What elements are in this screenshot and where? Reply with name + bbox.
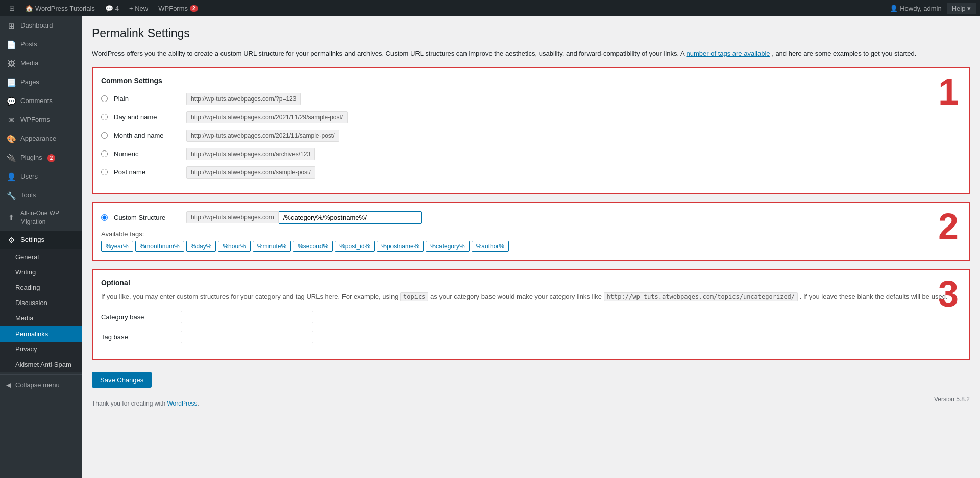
tag-button[interactable]: %day% [186, 241, 216, 252]
submenu-general[interactable]: General [0, 249, 82, 265]
wp-wrapper: ⊞ Dashboard 📄 Posts 🖼 Media 📃 Pages 💬 Co… [0, 16, 980, 478]
radio-post-name: Post name http://wp-tuts.atwebpages.com/… [101, 166, 961, 179]
sidebar-item-media[interactable]: 🖼 Media [0, 54, 82, 73]
tag-button[interactable]: %hour% [218, 241, 250, 252]
radio-post-name-label[interactable]: Post name [114, 168, 180, 176]
footer: Thank you for creating with WordPress. V… [92, 388, 970, 407]
radio-post-name-input[interactable] [101, 169, 108, 175]
sidebar-item-allinone[interactable]: ⬆ All-in-One WP Migration [0, 205, 82, 231]
submenu-writing[interactable]: Writing [0, 265, 82, 280]
radio-plain-label[interactable]: Plain [114, 95, 180, 103]
wordpress-link[interactable]: WordPress [167, 400, 197, 407]
tag-button[interactable]: %minute% [253, 241, 291, 252]
sidebar-item-tools[interactable]: 🔧 Tools [0, 186, 82, 205]
sidebar-item-plugins[interactable]: 🔌 Plugins 2 [0, 148, 82, 167]
users-icon: 👤 [6, 171, 16, 182]
settings-submenu: General Writing Reading Discussion Media… [0, 249, 82, 373]
radio-month-name: Month and name http://wp-tuts.atwebpages… [101, 130, 961, 142]
wpforms-adminbar[interactable]: WPForms 2 [153, 0, 203, 16]
section-3-number: 3 [938, 275, 959, 312]
sidebar-item-appearance[interactable]: 🎨 Appearance [0, 130, 82, 148]
submenu-permalinks[interactable]: Permalinks [0, 326, 82, 342]
wp-logo[interactable]: ⊞ [4, 0, 20, 16]
new-content[interactable]: + New [124, 0, 153, 16]
tag-base-row: Tag base [101, 331, 961, 343]
sidebar-item-comments[interactable]: 💬 Comments [0, 92, 82, 111]
plugins-badge: 2 [47, 154, 56, 162]
tag-button[interactable]: %category% [426, 241, 469, 252]
sidebar-item-settings[interactable]: ⚙ Settings [0, 231, 82, 249]
admin-bar-right: 👤 Howdy, admin Help ▾ [885, 0, 976, 16]
main-content: Permalink Settings WordPress offers you … [82, 16, 980, 478]
tag-button[interactable]: %postname% [377, 241, 424, 252]
available-tags-label: Available tags: [101, 230, 961, 238]
submenu-media[interactable]: Media [0, 311, 82, 326]
optional-title: Optional [101, 279, 961, 287]
submenu-akismet[interactable]: Akismet Anti-Spam [0, 357, 82, 372]
topics-code: topics [400, 292, 428, 301]
save-changes-button[interactable]: Save Changes [92, 372, 152, 388]
radio-plain-input[interactable] [101, 95, 108, 102]
admin-bar: ⊞ 🏠 WordPress Tutorials 💬 4 + New WPForm… [0, 0, 980, 16]
collapse-menu[interactable]: ◀ Collapse menu [0, 377, 82, 393]
radio-day-name-input[interactable] [101, 114, 108, 120]
custom-url-base: http://wp-tuts.atwebpages.com [186, 211, 279, 223]
radio-numeric-input[interactable] [101, 150, 108, 157]
tag-button[interactable]: %second% [293, 241, 333, 252]
url-plain: http://wp-tuts.atwebpages.com/?p=123 [186, 93, 301, 105]
wpforms-icon: ✉ [6, 115, 16, 125]
site-name[interactable]: 🏠 WordPress Tutorials [20, 0, 100, 16]
wpforms-badge: 2 [190, 5, 198, 12]
sidebar-item-dashboard[interactable]: ⊞ Dashboard [0, 16, 82, 35]
radio-custom: Custom Structure http://wp-tuts.atwebpag… [101, 211, 961, 224]
radio-numeric: Numeric http://wp-tuts.atwebpages.com/ar… [101, 148, 961, 160]
howdy-user[interactable]: 👤 Howdy, admin [885, 0, 946, 16]
user-avatar-icon: 👤 [890, 5, 898, 12]
comments-icon: 💬 [105, 5, 113, 12]
radio-month-name-input[interactable] [101, 132, 108, 139]
url-month-name: http://wp-tuts.atwebpages.com/2021/11/sa… [186, 130, 339, 142]
wp-logo-icon: ⊞ [9, 5, 15, 12]
site-home-icon: 🏠 [25, 5, 33, 12]
sidebar-item-pages[interactable]: 📃 Pages [0, 73, 82, 92]
dashboard-icon: ⊞ [6, 20, 16, 31]
sidebar-item-posts[interactable]: 📄 Posts [0, 35, 82, 54]
submenu-reading[interactable]: Reading [0, 280, 82, 295]
help-button[interactable]: Help ▾ [947, 3, 976, 14]
tools-icon: 🔧 [6, 190, 16, 201]
tags-list: %year%%monthnum%%day%%hour%%minute%%seco… [101, 241, 961, 252]
url-example-code: http://wp-tuts.atwebpages.com/topics/unc… [604, 292, 798, 301]
radio-month-name-label[interactable]: Month and name [114, 132, 180, 139]
sidebar-divider [0, 374, 82, 375]
category-base-input[interactable] [181, 311, 313, 323]
tag-button[interactable]: %monthnum% [135, 241, 184, 252]
collapse-icon: ◀ [6, 381, 11, 389]
tag-button[interactable]: %year% [101, 241, 133, 252]
comments-nav-icon: 💬 [6, 96, 16, 107]
appearance-icon: 🎨 [6, 134, 16, 144]
tags-link[interactable]: number of tags are available [686, 49, 770, 57]
sidebar-item-wpforms[interactable]: ✉ WPForms [0, 111, 82, 130]
url-numeric: http://wp-tuts.atwebpages.com/archives/1… [186, 148, 315, 160]
comments-count[interactable]: 💬 4 [100, 0, 124, 16]
tag-base-input[interactable] [181, 331, 313, 343]
url-day-name: http://wp-tuts.atwebpages.com/2021/11/29… [186, 111, 348, 123]
common-settings-section: 1 Common Settings Plain http://wp-tuts.a… [92, 67, 970, 194]
submenu-privacy[interactable]: Privacy [0, 342, 82, 357]
submenu-discussion[interactable]: Discussion [0, 295, 82, 311]
section-2-number: 2 [938, 208, 959, 245]
radio-custom-label[interactable]: Custom Structure [114, 214, 180, 221]
tag-button[interactable]: %author% [472, 241, 509, 252]
tag-button[interactable]: %post_id% [335, 241, 375, 252]
radio-day-name-label[interactable]: Day and name [114, 113, 180, 121]
radio-numeric-label[interactable]: Numeric [114, 150, 180, 158]
radio-custom-input[interactable] [101, 214, 108, 221]
custom-url-input[interactable] [279, 211, 422, 224]
category-base-label: Category base [101, 313, 173, 321]
sidebar-item-users[interactable]: 👤 Users [0, 167, 82, 186]
tag-base-label: Tag base [101, 333, 173, 341]
settings-icon: ⚙ [6, 235, 16, 245]
radio-day-name: Day and name http://wp-tuts.atwebpages.c… [101, 111, 961, 123]
plugins-icon: 🔌 [6, 153, 16, 163]
posts-icon: 📄 [6, 39, 16, 50]
